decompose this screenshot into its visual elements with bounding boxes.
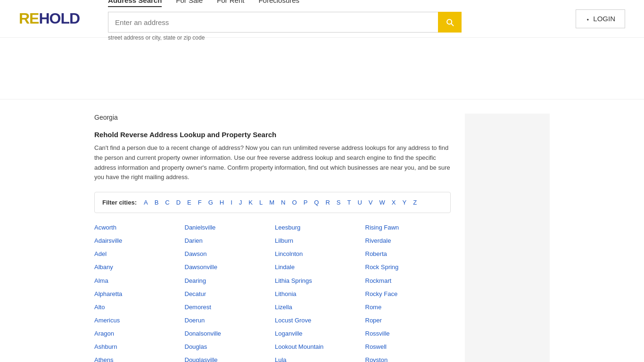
filter-letter-g[interactable]: G <box>207 198 215 207</box>
city-link[interactable]: Danielsville <box>185 222 271 233</box>
filter-letter-u[interactable]: U <box>356 198 363 207</box>
city-link[interactable]: Lookout Mountain <box>275 342 361 352</box>
city-link[interactable]: Adairsville <box>94 236 180 246</box>
city-link[interactable]: Douglas <box>185 342 271 352</box>
city-link[interactable]: Lizella <box>275 302 361 313</box>
city-link[interactable]: Americus <box>94 315 180 326</box>
banner-area <box>0 38 644 94</box>
filter-label: Filter cities: <box>102 199 137 206</box>
city-link[interactable]: Demorest <box>185 302 271 313</box>
section-desc: Can't find a person due to a recent chan… <box>94 143 451 182</box>
sidebar <box>465 114 550 362</box>
city-link[interactable]: Lincolnton <box>275 249 361 259</box>
filter-letter-y[interactable]: Y <box>401 198 408 207</box>
city-link[interactable]: Royston <box>365 355 451 362</box>
city-link[interactable]: Dearing <box>185 276 271 286</box>
filter-letter-r[interactable]: R <box>324 198 331 207</box>
filter-letter-h[interactable]: H <box>218 198 225 207</box>
header-divider <box>0 99 644 99</box>
city-link[interactable]: Dawsonville <box>185 262 271 272</box>
city-link[interactable]: Ashburn <box>94 342 180 352</box>
city-link[interactable]: Lithia Springs <box>275 276 361 286</box>
logo-hold: HOLD <box>39 10 80 27</box>
city-link[interactable]: Decatur <box>185 289 271 299</box>
nav: Address Search For Sale For Rent Foreclo… <box>108 0 576 41</box>
city-link[interactable]: Rising Fawn <box>365 222 451 233</box>
main-content: Georgia Rehold Reverse Address Lookup an… <box>0 104 644 362</box>
section-title: Rehold Reverse Address Lookup and Proper… <box>94 131 451 139</box>
search-icon <box>445 17 454 27</box>
nav-tab-foreclosures[interactable]: Foreclosures <box>258 0 299 7</box>
nav-tab-address-search[interactable]: Address Search <box>108 0 162 7</box>
city-link[interactable]: Doerun <box>185 315 271 326</box>
login-button[interactable]: ⬩ LOGIN <box>576 9 625 28</box>
filter-letter-a[interactable]: A <box>142 198 149 207</box>
city-link[interactable]: Locust Grove <box>275 315 361 326</box>
city-link[interactable]: Leesburg <box>275 222 361 233</box>
city-link[interactable]: Douglasville <box>185 355 271 362</box>
filter-letter-s[interactable]: S <box>335 198 342 207</box>
filter-letter-o[interactable]: O <box>291 198 298 207</box>
search-hint: street address or city, state or zip cod… <box>108 34 462 41</box>
filter-letter-c[interactable]: C <box>164 198 171 207</box>
city-link[interactable]: Rockmart <box>365 276 451 286</box>
city-link[interactable]: Alpharetta <box>94 289 180 299</box>
filter-letter-x[interactable]: X <box>390 198 397 207</box>
filter-letter-k[interactable]: K <box>247 198 254 207</box>
nav-tabs: Address Search For Sale For Rent Foreclo… <box>108 0 299 7</box>
search-input[interactable] <box>108 12 438 33</box>
logo-re: RE <box>19 10 39 27</box>
city-link[interactable]: Roswell <box>365 342 451 352</box>
filter-letter-q[interactable]: Q <box>313 198 320 207</box>
filter-letter-e[interactable]: E <box>186 198 193 207</box>
nav-tab-for-rent[interactable]: For Rent <box>217 0 244 7</box>
search-row <box>108 12 462 33</box>
city-link[interactable]: Alma <box>94 276 180 286</box>
filter-letter-d[interactable]: D <box>175 198 182 207</box>
city-link[interactable]: Lindale <box>275 262 361 272</box>
city-link[interactable]: Donalsonville <box>185 329 271 339</box>
city-link[interactable]: Dawson <box>185 249 271 259</box>
city-link[interactable]: Rossville <box>365 329 451 339</box>
filter-cities: Filter cities: A B C D E F G H I J K L M… <box>94 192 451 213</box>
content-left: Georgia Rehold Reverse Address Lookup an… <box>94 114 451 362</box>
city-link[interactable]: Albany <box>94 262 180 272</box>
filter-letter-v[interactable]: V <box>367 198 374 207</box>
filter-letter-j[interactable]: J <box>238 198 244 207</box>
filter-letter-m[interactable]: M <box>268 198 276 207</box>
nav-tab-for-sale[interactable]: For Sale <box>176 0 203 7</box>
city-link[interactable]: Lithonia <box>275 289 361 299</box>
logo[interactable]: RE HOLD <box>19 10 80 27</box>
filter-letter-p[interactable]: P <box>302 198 309 207</box>
filter-letter-b[interactable]: B <box>153 198 160 207</box>
state-label: Georgia <box>94 114 451 121</box>
cities-grid: AcworthDanielsvilleLeesburgRising FawnAd… <box>94 222 451 362</box>
login-icon: ⬩ <box>586 15 590 23</box>
filter-letter-w[interactable]: W <box>378 198 387 207</box>
city-link[interactable]: Riverdale <box>365 236 451 246</box>
city-link[interactable]: Aragon <box>94 329 180 339</box>
city-link[interactable]: Loganville <box>275 329 361 339</box>
filter-letter-f[interactable]: F <box>197 198 203 207</box>
filter-letter-n[interactable]: N <box>280 198 287 207</box>
filter-letter-l[interactable]: L <box>258 198 264 207</box>
city-link[interactable]: Rome <box>365 302 451 313</box>
search-container: street address or city, state or zip cod… <box>108 12 462 41</box>
city-link[interactable]: Darien <box>185 236 271 246</box>
city-link[interactable]: Lula <box>275 355 361 362</box>
header: RE HOLD Address Search For Sale For Rent… <box>0 0 644 38</box>
login-label: LOGIN <box>593 15 615 23</box>
city-link[interactable]: Rock Spring <box>365 262 451 272</box>
city-link[interactable]: Acworth <box>94 222 180 233</box>
city-link[interactable]: Rocky Face <box>365 289 451 299</box>
city-link[interactable]: Athens <box>94 355 180 362</box>
filter-letter-t[interactable]: T <box>346 198 352 207</box>
city-link[interactable]: Roper <box>365 315 451 326</box>
city-link[interactable]: Adel <box>94 249 180 259</box>
search-button[interactable] <box>438 12 462 33</box>
city-link[interactable]: Alto <box>94 302 180 313</box>
city-link[interactable]: Lilburn <box>275 236 361 246</box>
filter-letter-i[interactable]: I <box>229 198 234 207</box>
city-link[interactable]: Roberta <box>365 249 451 259</box>
filter-letter-z[interactable]: Z <box>412 198 418 207</box>
